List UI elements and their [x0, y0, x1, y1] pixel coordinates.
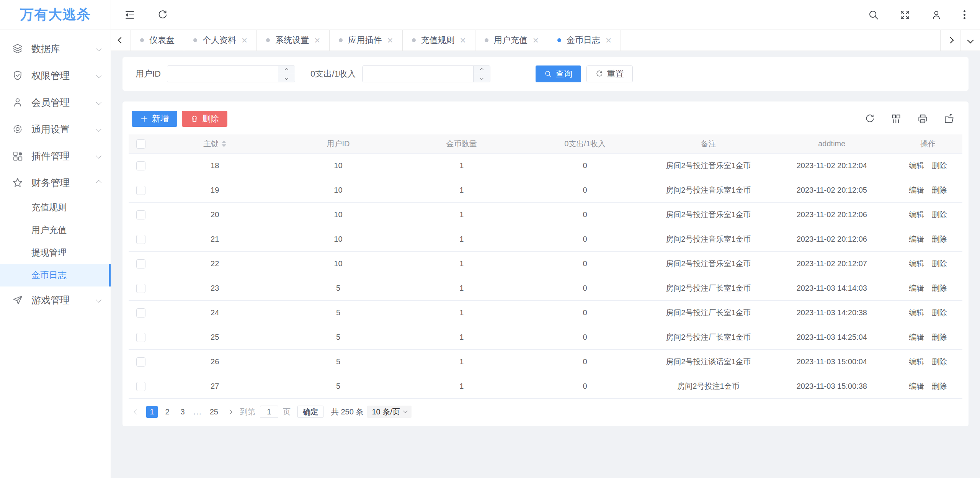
- edit-button[interactable]: 编辑: [909, 284, 924, 292]
- type-field[interactable]: [363, 66, 473, 82]
- delete-button[interactable]: 删除: [932, 161, 947, 170]
- gear-icon: [11, 123, 24, 135]
- row-checkbox[interactable]: [136, 357, 145, 367]
- user-id-input[interactable]: [167, 65, 295, 82]
- sidebar-item-database[interactable]: 数据库: [0, 35, 111, 62]
- type-input[interactable]: [362, 65, 490, 82]
- row-checkbox[interactable]: [136, 284, 145, 293]
- row-checkbox[interactable]: [136, 210, 145, 219]
- prev-page-button[interactable]: [134, 409, 139, 414]
- row-checkbox[interactable]: [136, 259, 145, 268]
- delete-button[interactable]: 删除: [932, 308, 947, 317]
- column-header-2[interactable]: 金币数量: [400, 139, 523, 149]
- sidebar-item-games[interactable]: 游戏管理: [0, 286, 111, 313]
- table-row: 20 10 1 0 房间2号投注音乐室1金币 2023-11-02 20:12:…: [129, 203, 962, 227]
- row-checkbox[interactable]: [136, 186, 145, 195]
- tab-app-plugins[interactable]: 应用插件 ×: [330, 30, 402, 51]
- edit-button[interactable]: 编辑: [909, 186, 924, 194]
- next-page-button[interactable]: [227, 409, 232, 414]
- page-size-select[interactable]: 10 条/页: [367, 406, 411, 418]
- sidebar-item-members[interactable]: 会员管理: [0, 89, 111, 116]
- query-button[interactable]: 查询: [536, 65, 581, 82]
- column-header-1[interactable]: 用户ID: [276, 139, 400, 149]
- close-icon[interactable]: ×: [460, 35, 466, 45]
- increment-button[interactable]: [474, 66, 490, 74]
- page-button-25[interactable]: 25: [207, 406, 221, 418]
- decrement-button[interactable]: [278, 74, 295, 82]
- cell-coins: 1: [400, 210, 523, 219]
- tab-user-recharge[interactable]: 用户充值 ×: [475, 30, 548, 51]
- row-checkbox[interactable]: [136, 308, 145, 318]
- tabs-menu-button[interactable]: [960, 30, 980, 51]
- column-header-5[interactable]: addtime: [770, 139, 893, 148]
- decrement-button[interactable]: [474, 74, 490, 82]
- print-icon[interactable]: [917, 113, 928, 124]
- close-icon[interactable]: ×: [314, 35, 320, 45]
- close-icon[interactable]: ×: [606, 35, 611, 45]
- close-icon[interactable]: ×: [242, 35, 247, 45]
- export-icon[interactable]: [944, 113, 955, 124]
- sidebar-item-finance[interactable]: 财务管理: [0, 169, 111, 196]
- search-icon[interactable]: [868, 9, 879, 21]
- tabs-scroll-left-button[interactable]: [111, 30, 131, 51]
- column-header-6[interactable]: 操作: [893, 139, 962, 149]
- page-button-2[interactable]: 2: [162, 406, 173, 418]
- edit-button[interactable]: 编辑: [909, 210, 924, 219]
- edit-button[interactable]: 编辑: [909, 308, 924, 317]
- user-account-icon[interactable]: [931, 9, 942, 21]
- delete-button[interactable]: 删除: [932, 235, 947, 243]
- column-header-0[interactable]: 主键: [153, 139, 276, 149]
- sort-caret-icon[interactable]: [222, 141, 226, 147]
- close-icon[interactable]: ×: [387, 35, 393, 45]
- add-button[interactable]: 新增: [132, 111, 177, 127]
- edit-button[interactable]: 编辑: [909, 357, 924, 366]
- tab-recharge-rules[interactable]: 充值规则 ×: [403, 30, 475, 51]
- edit-button[interactable]: 编辑: [909, 259, 924, 268]
- edit-button[interactable]: 编辑: [909, 235, 924, 243]
- column-header-3[interactable]: 0支出/1收入: [523, 139, 647, 149]
- delete-button[interactable]: 删除: [932, 284, 947, 292]
- row-checkbox[interactable]: [136, 382, 145, 391]
- bulk-delete-button[interactable]: 删除: [182, 111, 227, 127]
- sidebar-item-plugins[interactable]: 插件管理: [0, 142, 111, 169]
- confirm-page-button[interactable]: 确定: [297, 406, 323, 418]
- sidebar-item-general-settings[interactable]: 通用设置: [0, 116, 111, 142]
- sidebar-subitem-user-recharge[interactable]: 用户充值: [0, 219, 111, 241]
- row-checkbox[interactable]: [136, 333, 145, 342]
- row-checkbox[interactable]: [136, 235, 145, 244]
- columns-icon[interactable]: [891, 113, 902, 124]
- edit-button[interactable]: 编辑: [909, 333, 924, 341]
- increment-button[interactable]: [278, 66, 295, 74]
- delete-button[interactable]: 删除: [932, 333, 947, 341]
- refresh-page-icon[interactable]: [157, 9, 168, 21]
- select-all-checkbox[interactable]: [136, 139, 145, 149]
- reset-button[interactable]: 重置: [586, 65, 633, 82]
- sidebar-subitem-recharge-rules[interactable]: 充值规则: [0, 196, 111, 219]
- sidebar-item-permissions[interactable]: 权限管理: [0, 62, 111, 89]
- fullscreen-icon[interactable]: [899, 9, 911, 21]
- edit-button[interactable]: 编辑: [909, 161, 924, 170]
- page-button-3[interactable]: 3: [177, 406, 188, 418]
- delete-button[interactable]: 删除: [932, 210, 947, 219]
- delete-button[interactable]: 删除: [932, 382, 947, 390]
- tab-profile[interactable]: 个人资料 ×: [184, 30, 257, 51]
- sidebar-subitem-coin-log[interactable]: 金币日志: [0, 264, 111, 286]
- tab-coin-log[interactable]: 金币日志 ×: [548, 30, 621, 51]
- close-icon[interactable]: ×: [533, 35, 539, 45]
- more-menu-icon[interactable]: [962, 14, 967, 16]
- page-number-input[interactable]: [260, 406, 278, 418]
- tabs-scroll-right-button[interactable]: [940, 30, 960, 51]
- delete-button[interactable]: 删除: [932, 259, 947, 268]
- refresh-table-icon[interactable]: [864, 113, 875, 124]
- page-button-1[interactable]: 1: [146, 406, 158, 418]
- user-id-field[interactable]: [167, 66, 278, 82]
- collapse-sidebar-icon[interactable]: [124, 9, 136, 21]
- tab-system-settings[interactable]: 系统设置 ×: [257, 30, 330, 51]
- sidebar-subitem-withdrawal-management[interactable]: 提现管理: [0, 241, 111, 264]
- tab-dashboard[interactable]: 仪表盘: [131, 30, 184, 51]
- row-checkbox[interactable]: [136, 161, 145, 170]
- edit-button[interactable]: 编辑: [909, 382, 924, 390]
- delete-button[interactable]: 删除: [932, 357, 947, 366]
- delete-button[interactable]: 删除: [932, 186, 947, 194]
- column-header-4[interactable]: 备注: [647, 139, 770, 149]
